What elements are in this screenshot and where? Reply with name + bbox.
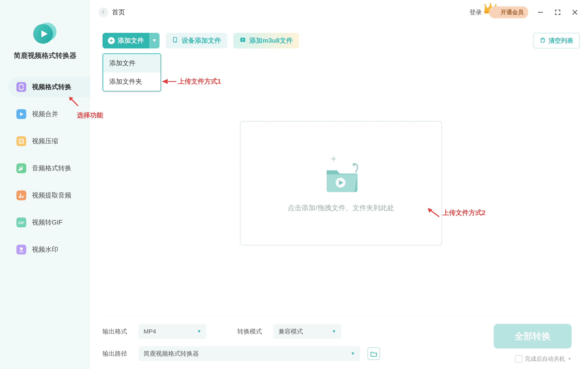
m3u8-icon (239, 37, 246, 45)
mode-select[interactable]: 兼容模式 ▼ (274, 324, 341, 339)
svg-rect-12 (16, 190, 26, 200)
svg-point-10 (21, 141, 22, 142)
clear-label: 清空列表 (549, 37, 573, 45)
svg-point-28 (175, 41, 176, 42)
add-device-label: 设备添加文件 (182, 36, 221, 45)
back-button[interactable] (98, 7, 108, 17)
shutdown-checkbox[interactable] (515, 355, 522, 363)
add-file-label: 添加文件 (118, 36, 144, 45)
add-file-main[interactable]: + 添加文件 (103, 33, 149, 48)
convert-icon (16, 82, 26, 92)
close-button[interactable] (570, 7, 580, 17)
nav-label: 视频合并 (32, 110, 58, 119)
gif-icon: GIF (16, 217, 26, 227)
annotation-upload2: 上传文件方式2 (426, 207, 485, 218)
nav-label: 视频压缩 (32, 137, 58, 146)
svg-point-20 (484, 4, 486, 6)
path-select[interactable]: 简鹿视频格式转换器 ▼ (139, 346, 360, 361)
nav-label: 音频格式转换 (32, 164, 71, 173)
nav-item-compress[interactable]: 视频压缩 (8, 131, 90, 152)
svg-point-17 (20, 247, 23, 250)
add-device-button[interactable]: 设备添加文件 (166, 33, 227, 48)
compress-icon (16, 136, 26, 146)
add-m3u8-label: 添加m3u8文件 (249, 36, 293, 45)
chevron-down-icon: ▼ (568, 357, 572, 361)
breadcrumb-home[interactable]: 首页 (112, 8, 125, 17)
svg-rect-31 (541, 39, 544, 42)
audio-icon (16, 163, 26, 173)
watermark-icon (16, 245, 26, 255)
dropdown-label: 添加文件 (109, 59, 136, 68)
app-title: 简鹿视频格式转换器 (14, 51, 77, 60)
format-select[interactable]: MP4 ▼ (139, 324, 206, 339)
dropdown-add-folder[interactable]: 添加文件夹 (103, 72, 161, 91)
extract-icon (16, 190, 26, 200)
folder-icon: + (316, 154, 366, 195)
svg-rect-3 (16, 82, 26, 92)
svg-marker-26 (153, 39, 156, 42)
nav-item-extract[interactable]: 视频提取音频 (8, 185, 90, 206)
mode-label: 转换模式 (237, 327, 266, 336)
shutdown-label: 完成后自动关机 (525, 355, 565, 363)
add-m3u8-button[interactable]: 添加m3u8文件 (233, 33, 299, 48)
add-file-button[interactable]: + 添加文件 (103, 33, 159, 48)
logo-wrap: 简鹿视频格式转换器 (0, 20, 90, 60)
app-logo-icon (33, 20, 57, 45)
nav-item-convert[interactable]: 视频格式转换 (8, 77, 90, 97)
svg-point-22 (495, 4, 497, 6)
svg-text:GIF: GIF (18, 221, 24, 225)
chevron-down-icon: ▼ (332, 329, 336, 334)
annotation-select-feature-text: 选择功能 (77, 111, 103, 120)
dropdown-add-file[interactable]: 添加文件 (103, 54, 161, 72)
clear-list-button[interactable]: 清空列表 (533, 33, 580, 48)
svg-marker-41 (428, 208, 432, 213)
vip-badge: 开通会员 (489, 6, 528, 18)
convert-label: 全部转换 (515, 330, 551, 342)
add-file-dropdown: 添加文件 添加文件夹 (103, 53, 161, 92)
chevron-down-icon: ▼ (197, 329, 201, 334)
minimize-button[interactable] (536, 7, 545, 17)
svg-text:+: + (331, 154, 336, 164)
format-value: MP4 (144, 328, 156, 335)
svg-line-40 (430, 210, 439, 217)
nav-label: 视频提取音频 (32, 191, 71, 200)
nav-item-watermark[interactable]: 视频水印 (8, 239, 90, 260)
dropdown-label: 添加文件夹 (109, 77, 142, 86)
nav-item-audio[interactable]: 音频格式转换 (8, 158, 90, 179)
header-right: 登录 VIP 开通会员 (470, 6, 580, 18)
device-icon (172, 37, 178, 45)
path-value: 简鹿视频格式转换器 (144, 349, 199, 358)
nav-item-gif[interactable]: GIF 视频转GIF (8, 212, 90, 233)
nav-label: 视频水印 (32, 245, 58, 254)
nav-label: 视频格式转换 (32, 82, 71, 92)
shutdown-option[interactable]: 完成后自动关机 ▼ (515, 355, 572, 363)
format-label: 输出格式 (103, 327, 131, 336)
login-button[interactable]: 登录 (470, 8, 482, 17)
merge-icon (16, 109, 26, 119)
chevron-down-icon: ▼ (351, 351, 355, 356)
annotation-upload1: 上传文件方式1 (162, 77, 221, 86)
toolbar: + 添加文件 设备添加文件 添加m3u8文件 清空列表 (103, 33, 580, 48)
arrow-left-icon (162, 79, 168, 84)
maximize-button[interactable] (553, 7, 563, 17)
header: 首页 登录 VIP 开通会员 (90, 0, 588, 25)
svg-point-21 (490, 3, 491, 5)
dropzone-text: 点击添加/拖拽文件、文件夹到此处 (288, 203, 394, 213)
svg-line-38 (71, 99, 78, 106)
vip-wrap[interactable]: VIP 开通会员 (489, 6, 528, 18)
trash-icon (540, 37, 546, 44)
path-label: 输出路径 (103, 349, 131, 358)
add-file-dropdown-caret[interactable] (149, 33, 159, 48)
browse-folder-button[interactable] (367, 347, 380, 360)
nav-label: 视频转GIF (32, 218, 63, 227)
sidebar: 简鹿视频格式转换器 视频格式转换 视频合并 视频压缩 音频格式转换 (0, 0, 90, 369)
bottom-bar: 输出格式 MP4 ▼ 转换模式 兼容模式 ▼ 输出路径 简鹿视频格式转换器 ▼ … (103, 316, 580, 369)
plus-icon: + (108, 37, 115, 44)
drop-zone[interactable]: + 点击添加/拖拽文件、文件夹到此处 (240, 121, 442, 246)
mode-value: 兼容模式 (278, 327, 303, 336)
arrow-left-icon (101, 9, 106, 16)
convert-all-button[interactable]: 全部转换 (494, 324, 572, 348)
